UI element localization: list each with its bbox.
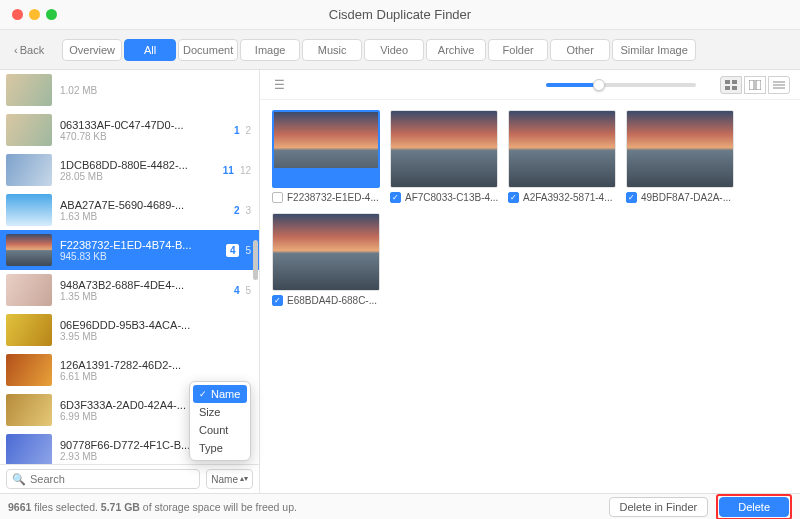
duplicate-thumbnails-grid: F2238732-E1ED-4...✓AF7C8033-C13B-4...✓A2…: [260, 100, 800, 316]
group-counts: 23: [234, 205, 251, 216]
svg-rect-2: [725, 86, 730, 90]
card-image[interactable]: [272, 213, 380, 291]
sidebar-footer: 🔍 Name ▴▾: [0, 464, 259, 493]
card-image[interactable]: [508, 110, 616, 188]
duplicate-card[interactable]: ✓A2FA3932-5871-4...: [508, 110, 616, 203]
group-filename: ABA27A7E-5690-4689-...: [60, 199, 226, 211]
duplicate-card[interactable]: ✓49BDF8A7-DA2A-...: [626, 110, 734, 203]
card-label-row: ✓E68BDA4D-688C-...: [272, 295, 380, 306]
group-meta: 1DCB68DD-880E-4482-...28.05 MB: [60, 159, 215, 182]
view-mode-column-icon[interactable]: [744, 76, 766, 94]
card-image[interactable]: [390, 110, 498, 188]
card-checkbox[interactable]: [272, 192, 283, 203]
duplicate-group-item[interactable]: 063133AF-0C47-47D0-...470.78 KB12: [0, 110, 259, 150]
group-meta: 948A73B2-688F-4DE4-...1.35 MB: [60, 279, 226, 302]
tab-video[interactable]: Video: [364, 39, 424, 61]
tab-all[interactable]: All: [124, 39, 176, 61]
group-meta: F2238732-E1ED-4B74-B...945.83 KB: [60, 239, 218, 262]
content-header: ☰: [260, 70, 800, 100]
group-filesize: 1.35 MB: [60, 291, 226, 302]
sort-option-label: Size: [199, 406, 220, 418]
sort-option-label: Name: [211, 388, 240, 400]
svg-rect-1: [732, 80, 737, 84]
tab-similar-image[interactable]: Similar Image: [612, 39, 696, 61]
delete-button[interactable]: Delete: [719, 497, 789, 517]
close-window-icon[interactable]: [12, 9, 23, 20]
sort-option-type[interactable]: Type: [193, 439, 247, 457]
delete-in-finder-button[interactable]: Delete in Finder: [609, 497, 709, 517]
duplicate-card[interactable]: ✓AF7C8033-C13B-4...: [390, 110, 498, 203]
tab-archive[interactable]: Archive: [426, 39, 486, 61]
duplicate-group-item[interactable]: 06E96DDD-95B3-4ACA-...3.95 MB: [0, 310, 259, 350]
card-label-row: F2238732-E1ED-4...: [272, 192, 380, 203]
group-thumbnail: [6, 434, 52, 464]
view-mode-grid-icon[interactable]: [720, 76, 742, 94]
card-checkbox[interactable]: ✓: [626, 192, 637, 203]
duplicate-group-item[interactable]: ABA27A7E-5690-4689-...1.63 MB23: [0, 190, 259, 230]
tab-document[interactable]: Document: [178, 39, 238, 61]
slider-knob[interactable]: [593, 79, 605, 91]
check-icon: ✓: [199, 389, 207, 399]
sort-stepper-icon: ▴▾: [240, 475, 248, 483]
group-filesize: 28.05 MB: [60, 171, 215, 182]
card-image[interactable]: [626, 110, 734, 188]
toolbar: ‹ Back Overview All Document Image Music…: [0, 30, 800, 70]
duplicate-group-item[interactable]: 1DCB68DD-880E-4482-...28.05 MB1112: [0, 150, 259, 190]
tab-folder[interactable]: Folder: [488, 39, 548, 61]
sort-menu: ✓Name Size Count Type: [189, 381, 251, 461]
duplicate-group-item[interactable]: F2238732-E1ED-4B74-B...945.83 KB45: [0, 230, 259, 270]
group-filename: 948A73B2-688F-4DE4-...: [60, 279, 226, 291]
list-options-icon[interactable]: ☰: [270, 76, 288, 94]
sort-option-count[interactable]: Count: [193, 421, 247, 439]
group-filename: 063133AF-0C47-47D0-...: [60, 119, 226, 131]
group-filesize: 1.63 MB: [60, 211, 226, 222]
tab-image[interactable]: Image: [240, 39, 300, 61]
tab-overview[interactable]: Overview: [62, 39, 122, 61]
card-checkbox[interactable]: ✓: [508, 192, 519, 203]
group-selected-count: 1: [234, 125, 240, 136]
group-thumbnail: [6, 394, 52, 426]
view-mode-list-icon[interactable]: [768, 76, 790, 94]
duplicate-card[interactable]: ✓E68BDA4D-688C-...: [272, 213, 380, 306]
maximize-window-icon[interactable]: [46, 9, 57, 20]
group-total-count: 2: [245, 125, 251, 136]
group-filename: F2238732-E1ED-4B74-B...: [60, 239, 218, 251]
duplicate-group-item[interactable]: 948A73B2-688F-4DE4-...1.35 MB45: [0, 270, 259, 310]
group-total-count: 12: [240, 165, 251, 176]
sort-option-size[interactable]: Size: [193, 403, 247, 421]
group-selected-count: 11: [223, 165, 234, 176]
sort-option-label: Count: [199, 424, 228, 436]
group-filesize: 6.61 MB: [60, 371, 243, 382]
scrollbar-thumb[interactable]: [253, 240, 258, 280]
category-tabs: Overview All Document Image Music Video …: [62, 39, 696, 61]
thumbnail-size-slider[interactable]: [546, 83, 696, 87]
sort-button[interactable]: Name ▴▾: [206, 469, 253, 489]
duplicate-group-item[interactable]: 1.02 MB: [0, 70, 259, 110]
group-selected-count: 4: [226, 244, 240, 257]
tab-music[interactable]: Music: [302, 39, 362, 61]
group-total-count: 3: [245, 205, 251, 216]
group-meta: 1.02 MB: [60, 85, 243, 96]
duplicate-card[interactable]: F2238732-E1ED-4...: [272, 110, 380, 203]
sort-option-name[interactable]: ✓Name: [193, 385, 247, 403]
svg-rect-5: [756, 80, 761, 90]
back-button[interactable]: ‹ Back: [8, 40, 50, 60]
group-selected-count: 2: [234, 205, 240, 216]
tab-other[interactable]: Other: [550, 39, 610, 61]
group-thumbnail: [6, 314, 52, 346]
minimize-window-icon[interactable]: [29, 9, 40, 20]
card-checkbox[interactable]: ✓: [390, 192, 401, 203]
card-checkbox[interactable]: ✓: [272, 295, 283, 306]
selection-band: [274, 168, 378, 186]
card-image[interactable]: [272, 110, 380, 188]
selected-count: 9661: [8, 501, 31, 513]
titlebar: Cisdem Duplicate Finder: [0, 0, 800, 30]
search-input[interactable]: [30, 473, 194, 485]
freed-size: 5.71 GB: [101, 501, 140, 513]
content-pane: ☰ F2238732-E1ED-4...✓AF7C8033-C13B-4...✓…: [260, 70, 800, 493]
group-total-count: 5: [245, 285, 251, 296]
search-box[interactable]: 🔍: [6, 469, 200, 489]
group-filename: 06E96DDD-95B3-4ACA-...: [60, 319, 243, 331]
group-thumbnail: [6, 274, 52, 306]
sort-label: Name: [211, 474, 238, 485]
